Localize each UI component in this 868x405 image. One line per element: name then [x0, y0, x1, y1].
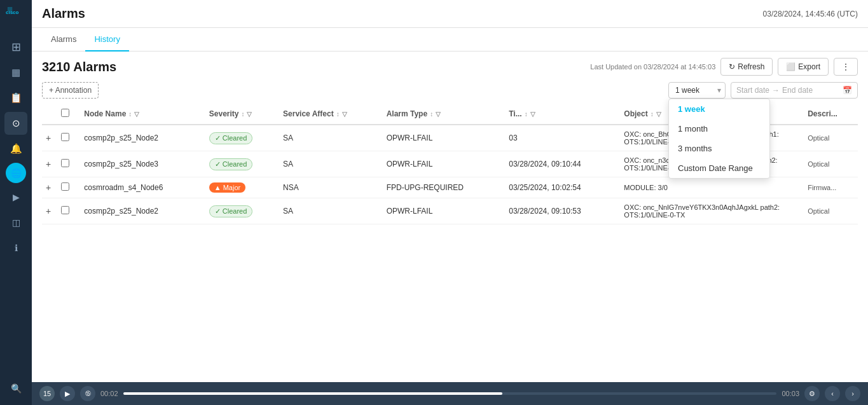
export-button[interactable]: ⬜ Export	[778, 58, 829, 76]
service-affect-cell: SA	[279, 125, 383, 151]
severity-icon: ✓	[215, 160, 221, 168]
dropdown-item-custom[interactable]: Custom Date Range	[669, 158, 769, 178]
sort-icon-severity[interactable]: ↕	[241, 111, 244, 118]
page-title: Alarms	[42, 6, 85, 21]
filter-icon-alarm-type[interactable]: ▽	[436, 111, 441, 118]
alarm-type-cell: OPWR-LFAIL	[383, 198, 506, 224]
sidebar-item-search[interactable]: 🔍	[4, 377, 27, 400]
filter-icon-service[interactable]: ▽	[342, 111, 347, 118]
sort-icon-time[interactable]: ↕	[525, 111, 528, 118]
sort-icon-service[interactable]: ↕	[336, 111, 340, 118]
skip-forward-button[interactable]: ⑮	[80, 386, 95, 401]
time-cell: 03/28/2024, 09:10:44	[505, 151, 620, 177]
time-end: 00:03	[782, 390, 799, 397]
severity-cell: ✓ Cleared	[205, 151, 279, 177]
sidebar: cisco |||| ⊞ ▦ 📋 ⊙ 🔔 🌐 ▶ ◫ ℹ 🔍	[0, 0, 32, 405]
select-all-checkbox[interactable]	[61, 109, 69, 117]
tab-alarms[interactable]: Alarms	[42, 28, 85, 51]
time-range-dropdown: 1 week 1 month 3 months Custom Date Rang…	[668, 99, 770, 179]
calendar-icon: 📅	[843, 86, 852, 95]
severity-cell: ✓ Cleared	[205, 198, 279, 224]
start-date-placeholder: Start date	[736, 86, 769, 95]
refresh-button[interactable]: ↻ Refresh	[720, 58, 773, 76]
time-range-select[interactable]: 1 week ▾	[668, 82, 726, 99]
checkbox-cell	[57, 125, 80, 151]
sort-icon-alarm-type[interactable]: ↕	[430, 111, 433, 118]
last-updated: Last Updated on 03/28/2024 at 14:45:03	[590, 63, 715, 71]
tab-history[interactable]: History	[85, 28, 128, 51]
bottom-bar: 15 ▶ ⑮ 00:02 00:03 ⚙ ‹ ›	[32, 382, 868, 405]
svg-text:||||: ||||	[8, 6, 12, 11]
severity-badge: ✓ Cleared	[209, 158, 253, 170]
alarm-type-cell: FPD-UPG-REQUIRED	[383, 177, 506, 198]
filter-icon-severity[interactable]: ▽	[247, 111, 252, 118]
export-icon: ⬜	[786, 62, 796, 71]
description-cell: Firmwa...	[804, 177, 858, 198]
cisco-logo: cisco ||||	[4, 5, 27, 28]
severity-badge: ✓ Cleared	[209, 205, 253, 217]
filter-icon-time[interactable]: ▽	[530, 111, 535, 118]
object-cell: OXC: onc_NnlG7nveY6TKX3n0AqhJAgxkL path2…	[620, 198, 804, 224]
header: Alarms 03/28/2024, 14:45:46 (UTC)	[32, 0, 868, 28]
refresh-icon: ↻	[729, 62, 735, 71]
more-icon: ⋮	[842, 62, 850, 71]
dropdown-item-3months[interactable]: 3 months	[669, 139, 769, 158]
severity-cell: ✓ Cleared	[205, 125, 279, 151]
filter-icon-node[interactable]: ▽	[134, 111, 139, 118]
severity-icon: ▲	[214, 184, 221, 191]
progress-bar[interactable]	[123, 392, 777, 395]
sidebar-item-globe[interactable]: 🌐	[6, 163, 26, 183]
service-affect-cell: NSA	[279, 177, 383, 198]
expand-button[interactable]: +	[46, 206, 51, 216]
row-checkbox[interactable]	[61, 206, 69, 214]
alarm-count: 3210 Alarms	[42, 60, 116, 74]
alarm-type-cell: OPWR-LFAIL	[383, 125, 506, 151]
next-button[interactable]: ›	[845, 386, 860, 401]
sidebar-item-layers[interactable]: ◫	[4, 211, 27, 234]
sidebar-item-settings[interactable]: ℹ	[4, 237, 27, 259]
description-cell: Optical	[804, 198, 858, 224]
filter-icon-object[interactable]: ▽	[656, 111, 661, 118]
chevron-down-icon: ▾	[717, 86, 721, 95]
settings-playback-button[interactable]: ⚙	[804, 386, 820, 401]
tab-bar: Alarms History	[32, 28, 868, 51]
object-cell: MODULE: 3/0	[620, 177, 804, 198]
dropdown-item-1week[interactable]: 1 week	[669, 99, 769, 119]
th-description: Descri...	[804, 104, 858, 125]
annotation-button[interactable]: + Annotation	[42, 82, 99, 99]
expand-cell: +	[42, 177, 57, 198]
expand-button[interactable]: +	[46, 133, 51, 143]
th-expand	[42, 104, 57, 125]
play-button[interactable]: ▶	[60, 386, 75, 401]
more-button[interactable]: ⋮	[834, 58, 858, 76]
th-time: Ti... ↕ ▽	[505, 104, 620, 125]
sidebar-item-dashboard[interactable]: ▦	[4, 61, 27, 84]
sidebar-item-docs[interactable]: 📋	[4, 86, 27, 109]
dropdown-item-1month[interactable]: 1 month	[669, 119, 769, 139]
row-checkbox[interactable]	[61, 133, 69, 141]
prev-button[interactable]: ‹	[825, 386, 840, 401]
node-name-cell: cosmroadm_s4_Node6	[80, 177, 205, 198]
sidebar-item-home[interactable]: ⊞	[4, 36, 27, 58]
service-affect-cell: SA	[279, 198, 383, 224]
sidebar-item-play[interactable]: ▶	[4, 186, 27, 209]
row-checkbox[interactable]	[61, 182, 69, 191]
description-cell: Optical	[804, 151, 858, 177]
sidebar-item-alarms[interactable]: 🔔	[4, 137, 27, 160]
severity-icon: ✓	[215, 134, 221, 142]
refresh-label: Refresh	[738, 62, 764, 71]
row-checkbox[interactable]	[61, 159, 69, 167]
expand-cell: +	[42, 125, 57, 151]
date-range-input[interactable]: Start date → End date 📅	[731, 82, 858, 99]
sort-icon-node[interactable]: ↕	[128, 111, 132, 118]
sidebar-item-network[interactable]: ⊙	[4, 112, 27, 135]
expand-button[interactable]: +	[46, 182, 51, 193]
expand-button[interactable]: +	[46, 159, 51, 169]
sort-icon-object[interactable]: ↕	[651, 111, 654, 118]
th-checkbox	[57, 104, 80, 125]
header-timestamp: 03/28/2024, 14:45:46 (UTC)	[763, 10, 858, 18]
expand-cell: +	[42, 198, 57, 224]
th-node-name: Node Name ↕ ▽	[80, 104, 205, 125]
severity-icon: ✓	[215, 207, 221, 216]
table-row: + cosmp2p_s25_Node2 ✓ Cleared SA OPWR-LF…	[42, 198, 858, 224]
